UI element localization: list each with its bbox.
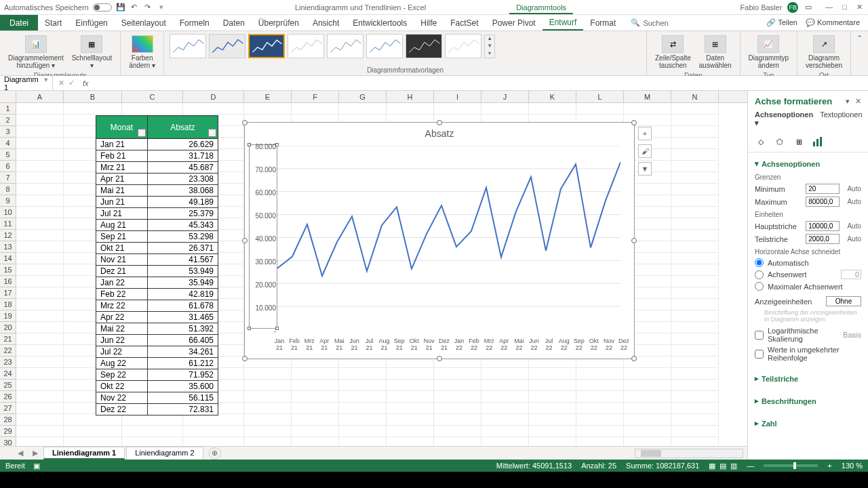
col-header[interactable]: K [529, 91, 576, 102]
display-units-select[interactable]: Ohne [826, 296, 861, 306]
col-header[interactable]: L [576, 91, 624, 102]
gallery-scroll[interactable]: ▲▼▾ [484, 35, 495, 58]
page-layout-icon[interactable]: ▤ [719, 462, 726, 470]
row-header[interactable]: 19 [0, 310, 16, 322]
qat-dropdown-icon[interactable]: ▾ [157, 3, 166, 12]
table-cell[interactable]: 72.831 [148, 404, 218, 415]
col-header[interactable]: I [434, 91, 481, 102]
chart-elements-button[interactable]: + [638, 127, 652, 140]
table-cell[interactable]: Mai 21 [96, 185, 148, 197]
ribbon-collapse-icon[interactable]: ⌃ [851, 31, 868, 75]
minimize-icon[interactable]: — [825, 3, 833, 12]
chart-style-5[interactable] [327, 34, 363, 58]
row-header[interactable]: 8 [0, 184, 16, 195]
row-header[interactable]: 6 [0, 161, 16, 172]
table-cell[interactable]: Okt 21 [96, 243, 148, 254]
table-cell[interactable]: Nov 22 [96, 392, 148, 404]
table-cell[interactable]: 26.371 [148, 243, 218, 254]
maximize-icon[interactable]: □ [842, 3, 847, 12]
zoom-in-icon[interactable]: + [827, 462, 831, 470]
table-cell[interactable]: Jan 22 [96, 277, 148, 289]
zoom-out-icon[interactable]: — [747, 462, 754, 470]
table-cell[interactable]: 61.678 [148, 300, 218, 312]
pane-options-icon[interactable]: ▾ [846, 97, 850, 106]
radio-axis-value[interactable]: Achsenwert0 [755, 268, 861, 281]
ribbon-tab-formeln[interactable]: Formeln [173, 15, 216, 30]
row-header[interactable]: 9 [0, 195, 16, 207]
table-cell[interactable]: Dez 21 [96, 266, 148, 277]
col-header[interactable]: D [183, 91, 244, 102]
table-cell[interactable]: 26.629 [148, 139, 218, 150]
col-header[interactable]: B [64, 91, 122, 102]
table-cell[interactable]: Apr 21 [96, 174, 148, 185]
row-header[interactable]: 25 [0, 380, 16, 391]
row-header[interactable]: 24 [0, 368, 16, 380]
table-cell[interactable]: 35.600 [148, 381, 218, 392]
col-header[interactable]: A [16, 91, 64, 102]
table-cell[interactable]: 66.405 [148, 335, 218, 346]
switch-row-col-button[interactable]: ⇄Zeile/Spalte tauschen [652, 34, 694, 70]
axis-min-input[interactable] [806, 184, 840, 194]
change-colors-button[interactable]: Farben ändern ▾ [126, 34, 158, 70]
minor-unit-input[interactable] [806, 234, 840, 244]
ribbon-tab-entwicklertools[interactable]: Entwicklertools [346, 15, 414, 30]
row-header[interactable]: 17 [0, 287, 16, 299]
table-cell[interactable]: 49.189 [148, 197, 218, 208]
radio-auto[interactable]: Automatisch [755, 257, 861, 268]
ribbon-tab-ansicht[interactable]: Ansicht [306, 15, 346, 30]
axis-options-icon[interactable] [812, 136, 824, 148]
table-cell[interactable]: Jul 22 [96, 346, 148, 358]
table-cell[interactable]: 45.687 [148, 162, 218, 174]
sheet-nav-prev[interactable]: ◀ [14, 449, 27, 458]
chart-style-7[interactable] [406, 34, 442, 58]
comments-button[interactable]: 💬 Kommentare [806, 18, 860, 27]
col-header[interactable]: J [481, 91, 529, 102]
chart-style-3[interactable] [248, 34, 285, 58]
table-cell[interactable]: 45.343 [148, 220, 218, 231]
table-cell[interactable]: 42.819 [148, 289, 218, 300]
col-header[interactable]: C [122, 91, 183, 102]
col-header[interactable]: H [387, 91, 434, 102]
autosave-toggle[interactable] [93, 3, 112, 12]
section-number[interactable]: ▸ Zahl [755, 416, 861, 430]
quick-layout-button[interactable]: ▦Schnelllayout ▾ [69, 34, 115, 70]
table-cell[interactable]: Mrz 22 [96, 300, 148, 312]
chart-style-4[interactable] [288, 34, 324, 58]
chart-object[interactable]: Absatz 80.00070.00060.00050.00040.00030.… [244, 122, 635, 359]
share-button[interactable]: 🔗 Teilen [766, 18, 797, 27]
table-cell[interactable]: 23.308 [148, 174, 218, 185]
table-cell[interactable]: 51.392 [148, 323, 218, 335]
row-header[interactable]: 4 [0, 138, 16, 149]
table-cell[interactable]: 53.949 [148, 266, 218, 277]
horizontal-scrollbar[interactable] [635, 449, 743, 458]
page-break-icon[interactable]: ▥ [730, 462, 737, 470]
ribbon-tab-format[interactable]: Format [583, 15, 623, 30]
col-header[interactable]: E [244, 91, 292, 102]
table-cell[interactable]: Jan 21 [96, 139, 148, 150]
col-header[interactable]: G [339, 91, 387, 102]
user-avatar[interactable]: FB [787, 2, 798, 13]
pane-close-icon[interactable]: ✕ [855, 97, 861, 106]
ribbon-tab-entwurf[interactable]: Entwurf [542, 15, 584, 30]
table-cell[interactable]: Mai 22 [96, 323, 148, 335]
section-tickmarks[interactable]: ▸ Teilstriche [755, 371, 861, 386]
table-cell[interactable]: 53.298 [148, 231, 218, 243]
add-chart-element-button[interactable]: 📊Diagrammelement hinzufügen ▾ [5, 34, 66, 70]
row-header[interactable]: 29 [0, 426, 16, 437]
table-cell[interactable]: Dez 22 [96, 404, 148, 415]
chart-style-1[interactable] [170, 34, 206, 58]
chart-style-6[interactable] [366, 34, 403, 58]
redo-icon[interactable]: ↷ [143, 3, 153, 12]
row-header[interactable]: 23 [0, 357, 16, 368]
ribbon-tab-seitenlayout[interactable]: Seitenlayout [115, 15, 173, 30]
table-cell[interactable]: Sep 22 [96, 369, 148, 381]
row-header[interactable]: 15 [0, 264, 16, 276]
table-cell[interactable]: 31.465 [148, 312, 218, 323]
tab-text-options[interactable]: Textoptionen [820, 110, 862, 127]
undo-icon[interactable]: ↶ [130, 3, 139, 12]
table-cell[interactable]: Jun 22 [96, 335, 148, 346]
col-header[interactable]: M [624, 91, 671, 102]
filter-button[interactable]: ▾ [138, 129, 146, 137]
major-unit-input[interactable] [806, 221, 840, 231]
save-icon[interactable]: 💾 [116, 3, 125, 12]
